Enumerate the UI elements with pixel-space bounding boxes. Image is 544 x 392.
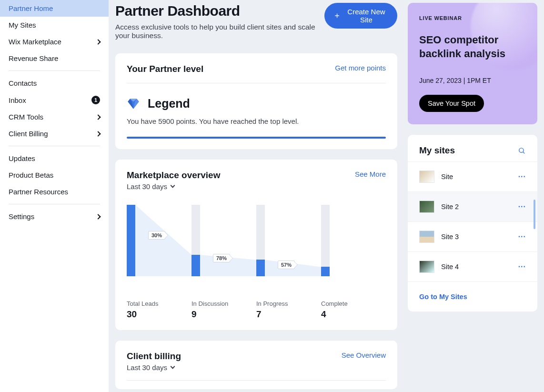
chevron-right-icon — [95, 114, 101, 120]
conversion-tag: 30% — [148, 231, 165, 240]
page-subtitle: Access exclusive tools to help you build… — [115, 23, 324, 40]
partner-level-name: Legend — [148, 97, 190, 111]
get-more-points-link[interactable]: Get more points — [335, 64, 386, 72]
go-to-my-sites-link[interactable]: Go to My Sites — [419, 293, 467, 301]
funnel-stage-value: 7 — [256, 309, 321, 320]
funnel-stage-value: 9 — [191, 309, 256, 320]
partner-level-progress-bar — [127, 137, 386, 139]
create-new-site-button[interactable]: Create New Site — [324, 3, 397, 29]
svg-line-3 — [523, 151, 524, 153]
sidebar-item-wix-marketplace[interactable]: Wix Marketplace — [0, 33, 109, 50]
page-title: Partner Dashboard — [115, 3, 324, 19]
funnel-stage-label: In Discussion — [191, 300, 256, 307]
marketplace-overview-card: Marketplace overview Last 30 days See Mo… — [115, 160, 397, 330]
sidebar: Partner Home My Sites Wix Marketplace Re… — [0, 0, 109, 392]
sidebar-divider — [9, 146, 100, 146]
sidebar-item-partner-home[interactable]: Partner Home — [0, 0, 109, 17]
partner-level-card: Your Partner level Get more points Legen… — [115, 53, 397, 149]
site-row[interactable]: Site 4 ··· — [408, 251, 537, 281]
marketplace-title: Marketplace overview — [127, 170, 220, 181]
funnel-stage-label: Total Leads — [127, 300, 191, 307]
chevron-down-icon — [171, 364, 175, 369]
page-header: Partner Dashboard Access exclusive tools… — [115, 3, 397, 40]
webinar-eyebrow: LIVE WEBINAR — [419, 15, 526, 21]
sidebar-item-updates[interactable]: Updates — [0, 150, 109, 167]
site-name: Site 2 — [441, 203, 512, 211]
more-actions-icon[interactable]: ··· — [518, 262, 526, 271]
site-row[interactable]: Site 2 ··· — [408, 191, 537, 221]
chevron-right-icon — [95, 214, 101, 219]
save-your-spot-button[interactable]: Save Your Spot — [419, 95, 484, 112]
conversion-tag: 78% — [213, 254, 230, 262]
funnel-stage-value: 30 — [127, 309, 191, 320]
client-billing-title: Client billing — [127, 351, 181, 362]
site-row[interactable]: Site 3 ··· — [408, 221, 537, 251]
chevron-down-icon — [171, 183, 175, 188]
see-overview-link[interactable]: See Overview — [342, 351, 386, 359]
scroll-indicator[interactable] — [534, 200, 535, 229]
site-thumbnail — [419, 231, 434, 243]
client-billing-period-dropdown[interactable]: Last 30 days — [127, 363, 181, 372]
webinar-promo-card: LIVE WEBINAR SEO competitor backlink ana… — [408, 3, 537, 124]
sidebar-item-client-billing[interactable]: Client Billing — [0, 125, 109, 142]
funnel-stage-value: 4 — [321, 309, 386, 320]
see-more-link[interactable]: See More — [355, 170, 386, 178]
site-thumbnail — [419, 171, 434, 183]
plus-icon — [334, 12, 340, 20]
chevron-right-icon — [95, 131, 101, 136]
sidebar-item-inbox[interactable]: Inbox1 — [0, 91, 109, 109]
my-sites-card: My sites Site ··· Site 2 ··· Site 3 ··· … — [408, 135, 537, 312]
client-billing-card: Client billing Last 30 days See Overview — [115, 341, 397, 389]
webinar-title: SEO competitor backlink analysis — [419, 33, 526, 60]
sidebar-divider — [9, 70, 100, 71]
svg-point-2 — [519, 148, 524, 152]
site-name: Site 3 — [441, 233, 512, 241]
main-content: Partner Dashboard Access exclusive tools… — [109, 0, 544, 392]
site-row[interactable]: Site ··· — [408, 161, 537, 191]
more-actions-icon[interactable]: ··· — [518, 232, 526, 241]
funnel-stage-label: In Progress — [256, 300, 321, 307]
more-actions-icon[interactable]: ··· — [518, 172, 526, 181]
webinar-date: June 27, 2023 | 1PM ET — [419, 77, 526, 84]
site-name: Site — [441, 173, 512, 181]
marketplace-funnel-chart: 30% 78% 57% — [127, 205, 386, 295]
my-sites-title: My sites — [419, 145, 455, 156]
marketplace-period-dropdown[interactable]: Last 30 days — [127, 182, 220, 191]
sidebar-divider — [9, 204, 100, 204]
sidebar-item-my-sites[interactable]: My Sites — [0, 17, 109, 33]
inbox-badge: 1 — [91, 96, 100, 104]
sidebar-item-product-betas[interactable]: Product Betas — [0, 167, 109, 183]
chevron-right-icon — [95, 39, 101, 44]
site-name: Site 4 — [441, 263, 512, 271]
sidebar-item-contacts[interactable]: Contacts — [0, 75, 109, 91]
more-actions-icon[interactable]: ··· — [518, 202, 526, 211]
sidebar-item-settings[interactable]: Settings — [0, 208, 109, 225]
site-thumbnail — [419, 261, 434, 273]
conversion-tag: 57% — [278, 261, 295, 269]
partner-level-description: You have 5900 points. You have reached t… — [127, 117, 386, 125]
site-thumbnail — [419, 201, 434, 213]
sidebar-item-crm-tools[interactable]: CRM Tools — [0, 109, 109, 125]
partner-level-title: Your Partner level — [127, 64, 203, 74]
diamond-icon — [127, 97, 140, 111]
search-icon[interactable] — [518, 147, 526, 155]
funnel-stage-label: Complete — [321, 300, 386, 307]
sidebar-item-partner-resources[interactable]: Partner Resources — [0, 183, 109, 200]
sidebar-item-revenue-share[interactable]: Revenue Share — [0, 50, 109, 67]
